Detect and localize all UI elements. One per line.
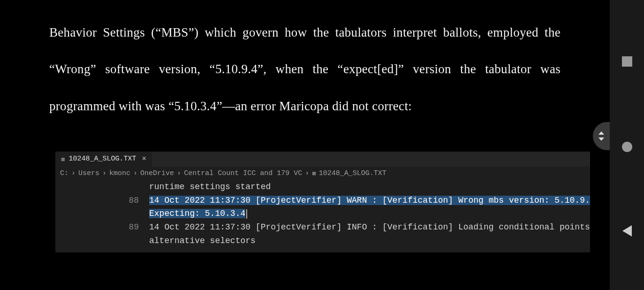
editor-tab-bar: ≡ 10248_A_SLOG.TXT × [55,152,590,167]
text-cursor [246,209,247,219]
code-line: 14 Oct 2022 11:37:30 [ProjectVerifier] W… [149,194,590,207]
arrow-down-icon [599,137,604,141]
code-area[interactable]: runtime settings started 88 14 Oct 2022 … [55,180,590,252]
code-line: alternative selectors [149,234,590,248]
system-nav-bar [610,0,644,290]
breadcrumb-leaf[interactable]: 10248_A_SLOG.TXT [319,169,386,177]
breadcrumb-part[interactable]: Users [78,169,99,177]
file-icon: ≡ [61,155,65,163]
home-icon[interactable] [622,142,632,152]
line-number: 88 [55,194,149,207]
close-icon[interactable]: × [142,155,146,163]
back-icon[interactable] [622,225,632,237]
chevron-right-icon: › [305,169,309,177]
line-number [55,234,149,248]
arrow-up-icon [599,131,604,135]
chevron-right-icon: › [133,169,137,177]
line-number: 89 [55,221,149,234]
breadcrumb-part[interactable]: kmonc [109,169,130,177]
line-number [55,180,149,194]
highlighted-text: Expecting: 5.10.3.4 [149,209,245,218]
breadcrumb-part[interactable]: C: [60,169,68,177]
code-line: 14 Oct 2022 11:37:30 [ProjectVerifier] I… [149,221,590,234]
chevron-right-icon: › [71,169,76,177]
breadcrumb: C: › Users › kmonc › OneDrive › Central … [55,167,590,180]
line-number [55,207,149,221]
code-line: runtime settings started [149,180,590,194]
highlighted-text: 14 Oct 2022 11:37:30 [ProjectVerifier] W… [149,196,590,205]
file-icon: ≡ [312,169,316,177]
editor-tab[interactable]: ≡ 10248_A_SLOG.TXT × [55,152,152,167]
chevron-right-icon: › [102,169,106,177]
recent-apps-icon[interactable] [622,56,632,67]
breadcrumb-part[interactable]: OneDrive [140,169,174,177]
code-line: Expecting: 5.10.3.4 [149,207,590,221]
document-paragraph: Behavior Settings (“MBS”) which govern h… [0,0,610,124]
chevron-right-icon: › [177,169,181,177]
tab-filename: 10248_A_SLOG.TXT [68,155,136,163]
breadcrumb-part[interactable]: Central Count ICC and 179 VC [184,169,302,177]
code-editor-screenshot: ≡ 10248_A_SLOG.TXT × C: › Users › kmonc … [55,152,590,252]
